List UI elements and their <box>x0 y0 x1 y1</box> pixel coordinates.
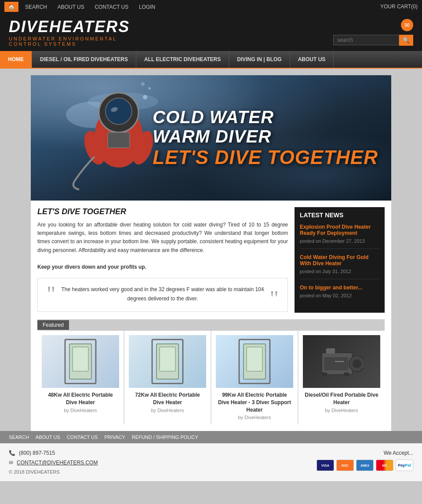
product-name-1: 48Kw All Electric Portable Dive Heater <box>42 391 119 406</box>
footer-privacy[interactable]: PRIVACY <box>104 435 125 440</box>
intro-highlight: Keep your divers down and your profits u… <box>37 264 146 270</box>
news-title: LATEST NEWS <box>300 212 379 219</box>
logo-sub-text: UNDERWATER ENVIRONMENTAL CONTROL SYSTEMS <box>9 36 141 47</box>
intro-title: LET'S DIVE TOGETHER <box>37 207 288 216</box>
svg-rect-38 <box>322 373 327 376</box>
svg-rect-28 <box>247 347 262 371</box>
nav-home[interactable]: HOME <box>0 51 32 68</box>
footer-copyright: © 2018 DIVEHEATERS <box>9 469 98 475</box>
footer-email[interactable]: CONTACT@DIVEHEATERS.COM <box>17 460 98 466</box>
svg-point-11 <box>141 82 145 86</box>
product-by-1: by DiveHeaters <box>42 408 119 413</box>
product-name-4: Diesel/Oil Fired Portable Dive Heater <box>303 391 380 406</box>
news-link-2[interactable]: Cold Water Diving For Gold With Dive Hea… <box>300 254 379 267</box>
news-item-3: On to bigger and better... posted on May… <box>300 285 379 303</box>
product-img-3 <box>216 335 293 388</box>
hero-banner: COLD WATER WARM DIVER LET'S DIVE TOGETHE… <box>31 75 391 201</box>
mastercard-icon: MC <box>376 460 393 471</box>
home-button[interactable]: 🏠 <box>4 2 18 12</box>
footer-links: SEARCH ABOUT US CONTACT US PRIVACY REFUN… <box>0 431 422 443</box>
product-name-3: 99Kw All Electric Portable Dive Heater -… <box>216 391 293 413</box>
news-box: LATEST NEWS Explosion Proof Dive Heater … <box>295 207 385 313</box>
featured-grid: 48Kw All Electric Portable Dive Heater b… <box>37 331 385 424</box>
svg-rect-39 <box>344 373 349 376</box>
paypal-icon: PayPal <box>396 460 413 471</box>
nav-electric[interactable]: ALL ELECTRIC DIVEHEATERS <box>136 51 229 68</box>
phone-icon: 📞 <box>9 450 15 456</box>
search-button[interactable]: 🔍 <box>399 35 413 46</box>
svg-point-4 <box>106 98 132 124</box>
quote-open: " <box>47 283 55 305</box>
top-nav-search[interactable]: SEARCH <box>25 4 47 10</box>
email-footer-icon: ✉ <box>9 460 13 466</box>
amex-icon: AMEX <box>356 460 374 471</box>
featured-label: Featured <box>37 320 69 330</box>
logo[interactable]: DIVEHEATERS UNDERWATER ENVIRONMENTAL CON… <box>9 18 141 47</box>
featured-section: Featured <box>37 319 385 424</box>
footer-shipping[interactable]: REFUND / SHIPPING POLICY <box>132 435 198 440</box>
product-item-1[interactable]: 48Kw All Electric Portable Dive Heater b… <box>37 331 124 424</box>
quote-box: " The heaters worked very good and in th… <box>37 278 288 312</box>
svg-point-9 <box>143 95 147 99</box>
top-nav: SEARCH ABOUT US CONTACT US LOGIN <box>21 4 160 10</box>
news-date-1: posted on December 27, 2013 <box>300 238 365 244</box>
top-nav-login[interactable]: LOGIN <box>139 4 155 10</box>
product-by-2: by DiveHeaters <box>129 408 206 413</box>
product-item-4[interactable]: Diesel/Oil Fired Portable Dive Heater by… <box>298 331 385 424</box>
main-nav: HOME DIESEL / OIL FIRED DIVEHEATERS ALL … <box>0 51 422 69</box>
footer-bottom: 📞 (800) 897-7515 ✉ CONTACT@DIVEHEATERS.C… <box>0 443 422 481</box>
top-nav-contact[interactable]: CONTACT US <box>95 4 128 10</box>
nav-blog[interactable]: DIVING IN | BLOG <box>229 51 290 68</box>
news-date-2: posted on July 31, 2012 <box>300 269 351 274</box>
intro-body: Are you looking for an affordable diver … <box>37 221 288 271</box>
product-img-4 <box>303 335 380 388</box>
footer-about[interactable]: ABOUT US <box>36 435 60 440</box>
footer-contact[interactable]: CONTACT US <box>67 435 98 440</box>
quote-text: The heaters worked very good and in the … <box>60 285 265 305</box>
news-link-1[interactable]: Explosion Proof Dive Heater Ready For De… <box>300 224 379 236</box>
news-item-2: Cold Water Diving For Gold With Dive Hea… <box>300 254 379 279</box>
product-item-3[interactable]: 99Kw All Electric Portable Dive Heater -… <box>211 331 298 424</box>
news-item-1: Explosion Proof Dive Heater Ready For De… <box>300 224 379 249</box>
email-icon[interactable]: ✉ <box>401 19 413 31</box>
product-img-2 <box>129 335 206 388</box>
svg-rect-14 <box>73 347 88 371</box>
cart-label[interactable]: YOUR CART(0) <box>380 4 418 10</box>
discover-icon: DISC <box>336 460 354 471</box>
news-date-3: posted on May 02, 2012 <box>300 293 352 298</box>
product-item-2[interactable]: 72Kw All Electric Portable Dive Heater b… <box>124 331 211 424</box>
top-nav-about[interactable]: ABOUT US <box>58 4 84 10</box>
footer-search[interactable]: SEARCH <box>9 435 29 440</box>
footer-phone: (800) 897-7515 <box>19 450 55 456</box>
quote-close: " <box>270 287 279 309</box>
product-name-2: 72Kw All Electric Portable Dive Heater <box>129 391 206 406</box>
news-link-3[interactable]: On to bigger and better... <box>300 285 379 291</box>
nav-about[interactable]: ABOUT US <box>290 51 334 68</box>
svg-point-35 <box>353 359 361 368</box>
product-by-4: by DiveHeaters <box>303 408 380 413</box>
logo-main-text: DIVEHEATERS <box>9 18 141 36</box>
visa-icon: VISA <box>316 460 334 471</box>
svg-rect-36 <box>324 357 348 370</box>
product-img-1 <box>42 335 119 388</box>
svg-rect-8 <box>108 132 130 148</box>
svg-rect-21 <box>160 347 175 371</box>
nav-diesel[interactable]: DIESEL / OIL FIRED DIVEHEATERS <box>32 51 136 68</box>
hero-text: COLD WATER WARM DIVER LET'S DIVE TOGETHE… <box>153 107 378 169</box>
payment-icons: VISA DISC AMEX MC PayPal <box>316 460 413 471</box>
we-accept-label: We Accept... <box>316 450 413 456</box>
svg-rect-37 <box>326 348 335 354</box>
svg-point-10 <box>148 87 151 90</box>
product-by-3: by DiveHeaters <box>216 415 293 420</box>
search-input[interactable] <box>333 35 399 45</box>
